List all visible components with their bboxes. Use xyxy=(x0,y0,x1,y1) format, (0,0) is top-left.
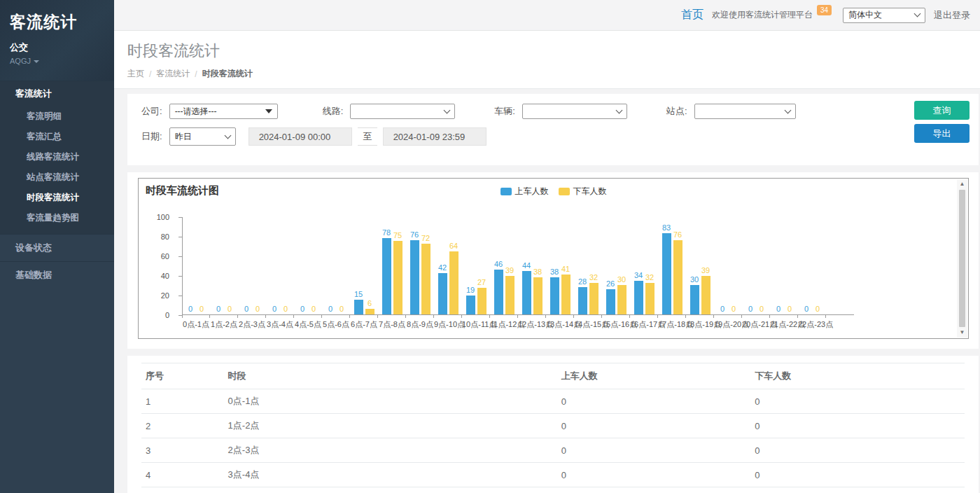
bar-unit: 30 xyxy=(617,275,626,314)
sidebar-subitem-客流汇总[interactable]: 客流汇总 xyxy=(0,127,114,147)
query-button[interactable]: 查询 xyxy=(914,101,969,120)
bar-上车人数[interactable] xyxy=(550,277,559,314)
bar-value-label: 0 xyxy=(272,305,276,313)
bar-unit: 28 xyxy=(578,277,587,314)
station-select[interactable] xyxy=(694,104,796,119)
bar-unit: 64 xyxy=(449,242,458,314)
y-tick-label: 0 xyxy=(165,311,169,319)
bar-上车人数[interactable] xyxy=(606,289,615,314)
bar-group-19点-20点: 00 xyxy=(714,216,742,314)
breadcrumb-item-主页[interactable]: 主页 xyxy=(127,68,144,80)
bar-下车人数[interactable] xyxy=(617,285,626,314)
bar-上车人数[interactable] xyxy=(662,233,671,314)
sidebar-item-客流统计[interactable]: 客流统计 xyxy=(0,81,114,106)
bar-unit: 0 xyxy=(214,305,223,314)
table-cell: 0 xyxy=(750,438,965,463)
bar-上车人数[interactable] xyxy=(410,240,419,314)
chart-area: 020406080100 000000000000156787576724264… xyxy=(182,217,854,315)
legend-item-下车人数[interactable]: 下车人数 xyxy=(559,186,607,197)
bar-下车人数[interactable] xyxy=(449,251,458,314)
x-tickmark xyxy=(350,315,378,318)
date-label: 日期: xyxy=(141,130,162,143)
bar-unit: 0 xyxy=(326,305,335,314)
bar-unit: 32 xyxy=(589,273,598,314)
chevron-down-icon xyxy=(615,106,622,113)
company-select[interactable]: ---请选择--- xyxy=(169,104,278,119)
bar-上车人数[interactable] xyxy=(634,281,643,314)
bar-series: 0000000000001567875767242641927463944383… xyxy=(182,216,826,314)
sidebar-subitem-线路客流统计[interactable]: 线路客流统计 xyxy=(0,147,114,167)
bar-下车人数[interactable] xyxy=(533,277,542,314)
bar-上车人数[interactable] xyxy=(438,273,447,314)
scroll-down-icon[interactable]: ▼ xyxy=(960,328,965,338)
export-button[interactable]: 导出 xyxy=(914,124,969,143)
bar-下车人数[interactable] xyxy=(421,244,430,314)
bar-下车人数[interactable] xyxy=(701,276,710,314)
table-cell: 3 xyxy=(141,438,224,463)
bar-value-label: 0 xyxy=(788,305,792,313)
bar-value-label: 0 xyxy=(255,305,260,313)
bar-unit: 72 xyxy=(421,234,430,314)
notification-badge[interactable]: 34 xyxy=(817,5,832,15)
data-table: 序号时段上车人数下车人数 10点-1点0021点-2点0032点-3点0043点… xyxy=(141,363,965,493)
bar-group-4点-5点: 00 xyxy=(294,216,322,314)
chart-scrollbar[interactable]: ▲ ▼ xyxy=(957,179,967,338)
bar-下车人数[interactable] xyxy=(393,241,402,314)
sidebar-subitem-客流量趋势图[interactable]: 客流量趋势图 xyxy=(0,208,114,228)
bar-上车人数[interactable] xyxy=(690,285,699,314)
bar-下车人数[interactable] xyxy=(477,288,486,314)
language-select[interactable]: 简体中文 xyxy=(843,8,925,23)
scrollbar-thumb[interactable] xyxy=(959,190,965,327)
bar-value-label: 0 xyxy=(200,305,204,313)
bar-上车人数[interactable] xyxy=(466,296,475,314)
breadcrumb-item-客流统计[interactable]: 客流统计 xyxy=(156,68,190,80)
bar-上车人数[interactable] xyxy=(382,238,391,314)
legend-item-上车人数[interactable]: 上车人数 xyxy=(500,186,549,197)
x-tickmark xyxy=(210,315,238,318)
logout-link[interactable]: 退出登录 xyxy=(934,9,970,22)
bar-group-7点-8点: 7875 xyxy=(378,216,406,314)
home-link[interactable]: 首页 xyxy=(681,8,704,22)
x-tick-label: 8点-9点 xyxy=(406,319,434,330)
x-tickmark xyxy=(770,315,798,318)
sidebar-item-设备状态[interactable]: 设备状态 xyxy=(0,235,114,261)
breadcrumb: 主页/客流统计/时段客流统计 xyxy=(127,68,980,80)
date-preset-select[interactable]: 昨日 xyxy=(169,127,236,146)
sidebar-item-基础数据[interactable]: 基础数据 xyxy=(0,262,114,289)
date-from-input[interactable]: 2024-01-09 00:00 xyxy=(248,127,352,146)
table-header-row: 序号时段上车人数下车人数 xyxy=(141,363,965,389)
bar-下车人数[interactable] xyxy=(365,309,374,314)
chevron-down-icon xyxy=(224,132,231,139)
bar-group-0点-1点: 00 xyxy=(182,216,210,314)
filter-row-1: 公司: ---请选择--- 线路: 车辆: 站点: xyxy=(141,104,970,119)
sidebar-subitem-客流明细[interactable]: 客流明细 xyxy=(0,106,114,127)
page-title: 时段客流统计 xyxy=(127,41,980,62)
bar-上车人数[interactable] xyxy=(354,300,363,314)
table-body: 10点-1点0021点-2点0032点-3点0043点-4点0054点-5点00… xyxy=(141,389,965,493)
bar-value-label: 46 xyxy=(494,260,503,268)
bar-下车人数[interactable] xyxy=(561,275,570,314)
bar-unit: 0 xyxy=(253,305,262,314)
bar-下车人数[interactable] xyxy=(505,276,514,314)
org-selector[interactable]: AQGJ xyxy=(10,57,104,65)
bar-下车人数[interactable] xyxy=(645,283,654,314)
bar-下车人数[interactable] xyxy=(589,283,598,314)
bar-上车人数[interactable] xyxy=(522,271,531,314)
line-select[interactable] xyxy=(350,104,455,119)
legend-swatch-icon xyxy=(559,188,570,195)
bar-group-18点-19点: 3039 xyxy=(686,216,714,314)
bar-unit: 75 xyxy=(393,231,402,314)
bar-上车人数[interactable] xyxy=(494,270,503,314)
bar-上车人数[interactable] xyxy=(578,287,587,314)
chart-legend: 上车人数下车人数 xyxy=(500,186,607,197)
x-tick-label: 17点-18点 xyxy=(658,319,686,330)
sidebar-subitem-时段客流统计[interactable]: 时段客流统计 xyxy=(0,188,114,208)
vehicle-select[interactable] xyxy=(522,104,627,119)
page-heading: 时段客流统计 主页/客流统计/时段客流统计 xyxy=(114,31,980,89)
x-axis-labels: 0点-1点1点-2点2点-3点3点-4点4点-5点5点-6点6点-7点7点-8点… xyxy=(182,319,826,330)
sidebar-subitem-站点客流统计[interactable]: 站点客流统计 xyxy=(0,167,114,188)
bar-下车人数[interactable] xyxy=(673,240,682,314)
bar-unit: 38 xyxy=(550,268,559,314)
scroll-up-icon[interactable]: ▲ xyxy=(960,179,965,189)
date-to-input[interactable]: 2024-01-09 23:59 xyxy=(383,127,486,146)
